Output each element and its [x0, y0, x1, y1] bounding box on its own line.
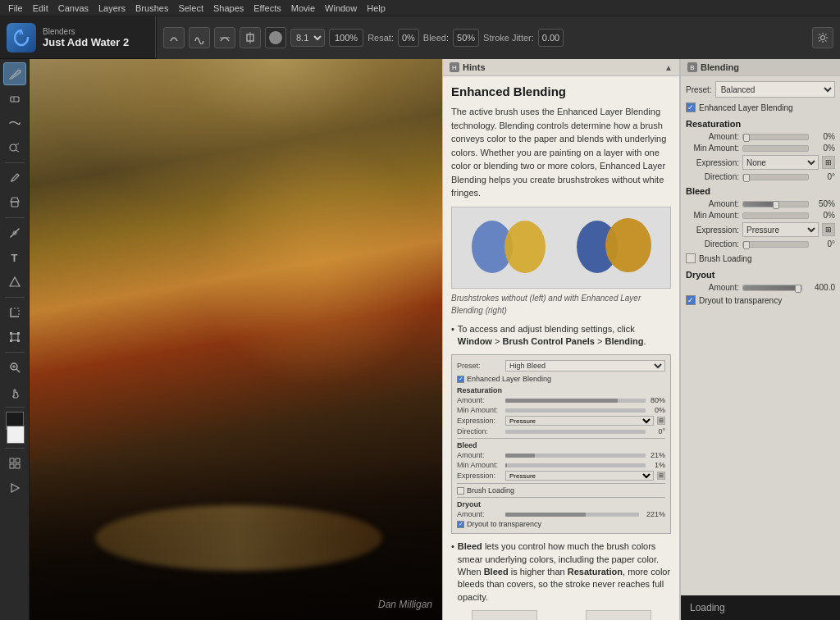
svg-rect-4	[11, 97, 19, 102]
bleed-amount-slider[interactable]	[742, 201, 809, 207]
resaturation-section: Resaturation Amount: 0% Min Amount: 0%	[686, 119, 835, 181]
menu-canvas[interactable]: Canvas	[53, 0, 94, 16]
shape-tool[interactable]	[3, 271, 26, 294]
bleed-dir-slider[interactable]	[742, 241, 809, 248]
mini-expr-select[interactable]: Pressure	[505, 416, 654, 426]
svg-line-16	[16, 369, 20, 372]
tool-selector-1[interactable]	[163, 27, 185, 48]
smear-tool[interactable]	[3, 112, 26, 134]
enhanced-blending-checkbox[interactable]: ✓	[686, 103, 696, 112]
brush-size-select[interactable]: 8.1	[290, 29, 325, 47]
resat-label: Resat:	[368, 33, 394, 43]
menu-brushes[interactable]: Brushes	[130, 0, 173, 16]
enhanced-blending-row[interactable]: ✓ Enhanced Layer Blending	[686, 103, 835, 112]
preset-label: Preset:	[686, 85, 712, 94]
svg-point-25	[504, 221, 546, 273]
zoom-tool[interactable]	[3, 356, 26, 379]
canvas-area[interactable]: Dan Milligan	[30, 59, 442, 620]
menu-window[interactable]: Window	[320, 0, 362, 16]
hints-scroll-up[interactable]: ▲	[664, 63, 673, 72]
dryout-transparency-checkbox[interactable]: ✓	[686, 295, 696, 305]
bleed-amount-val: 50%	[812, 199, 835, 208]
brush-loading-row[interactable]: Brush Loading	[686, 253, 835, 263]
brush-tool[interactable]	[3, 62, 26, 85]
preset-select[interactable]: Balanced	[715, 81, 835, 98]
transform-tool[interactable]	[3, 326, 26, 349]
bleed-expr-select[interactable]: Pressure	[742, 222, 819, 237]
grid-toggle[interactable]	[3, 452, 26, 475]
bleed-label: Bleed:	[423, 33, 449, 43]
loading-text: Loading	[690, 602, 725, 613]
svg-point-27	[605, 218, 651, 272]
brush-loading-checkbox[interactable]	[686, 253, 696, 263]
resat-expr-select[interactable]: None	[742, 155, 819, 170]
menu-movie[interactable]: Movie	[286, 0, 320, 16]
svg-rect-12	[17, 332, 20, 335]
blending-panel-icon: B	[687, 62, 697, 72]
menu-file[interactable]: File	[3, 0, 28, 16]
eraser-tool[interactable]	[3, 87, 26, 110]
blending-content: Preset: Balanced ✓ Enhanced Layer Blendi…	[681, 76, 840, 620]
hints-body1: The active brush uses the Enhanced Layer…	[451, 105, 671, 200]
bleed-min-val: 0%	[812, 211, 835, 220]
resat-amount-slider[interactable]	[742, 134, 809, 140]
bleed-min-slider[interactable]	[742, 212, 809, 219]
settings-btn[interactable]	[812, 27, 833, 48]
resat-expr-label: Expression:	[686, 158, 739, 167]
dryout-section: Dryout Amount: 400.0 ✓ Dryout to transpa…	[686, 270, 835, 305]
bucket-tool[interactable]	[3, 191, 26, 214]
resat-dir-val: 0°	[812, 172, 835, 181]
bleed-dir-val: 0°	[812, 239, 835, 248]
dryout-transparency-row[interactable]: ✓ Dryout to transparency	[686, 295, 835, 305]
hand-tool[interactable]	[3, 381, 26, 403]
bleed-expr-label: Expression:	[686, 226, 739, 235]
hints-content[interactable]: Enhanced Blending The active brush uses …	[443, 76, 679, 620]
menu-select[interactable]: Select	[173, 0, 208, 16]
mini-blending-panel: Preset: High Bleed ✓ Enhanced Layer Blen…	[451, 354, 671, 534]
media-btn[interactable]	[3, 476, 26, 499]
mini-preset-select[interactable]: High Bleed	[505, 360, 665, 372]
menu-effects[interactable]: Effects	[249, 0, 285, 16]
background-color[interactable]	[7, 426, 25, 444]
tool-selector-2[interactable]	[189, 27, 210, 48]
mini-bleed-expr[interactable]: Pressure	[505, 471, 654, 481]
hints-panel: H Hints ▲ Enhanced Blending The active b…	[442, 59, 680, 620]
tool-selector-3[interactable]	[214, 27, 235, 48]
resat-amount-val: 0%	[812, 132, 835, 141]
svg-rect-13	[10, 340, 12, 342]
dryout-amount-val: 400.0	[806, 283, 835, 292]
app-name: Blenders	[43, 27, 129, 36]
bullet-2: • Bleed lets you control how much the br…	[451, 540, 671, 604]
dryout-amount-slider[interactable]	[742, 285, 802, 291]
svg-point-6	[11, 180, 12, 182]
hints-panel-icon: H	[450, 62, 459, 72]
brush-demo-image	[451, 207, 671, 289]
menu-edit[interactable]: Edit	[28, 0, 53, 16]
clone-tool[interactable]	[3, 136, 26, 159]
eyedropper-tool[interactable]	[3, 166, 26, 189]
svg-rect-7	[11, 202, 18, 207]
resat-expr-btn[interactable]: ⊞	[822, 156, 835, 169]
hints-panel-header: H Hints ▲	[443, 59, 679, 76]
opacity-display: 100%	[329, 29, 363, 47]
resat-dir-slider[interactable]	[742, 174, 809, 180]
resat-min-slider[interactable]	[742, 145, 809, 152]
menu-help[interactable]: Help	[362, 0, 390, 16]
menu-shapes[interactable]: Shapes	[208, 0, 249, 16]
blending-panel-header: B Blending	[681, 59, 840, 76]
resat-value: 0%	[398, 29, 419, 47]
bleed-expr-btn[interactable]: ⊞	[822, 223, 835, 236]
app-title: Just Add Water 2	[43, 36, 129, 48]
resat-dir-label: Direction:	[686, 172, 739, 181]
brush-preview	[265, 27, 286, 48]
svg-rect-14	[17, 340, 20, 342]
menu-layers[interactable]: Layers	[94, 0, 130, 16]
enhanced-blending-label: Enhanced Layer Blending	[699, 103, 793, 112]
mini-expr-btn[interactable]: ⊞	[657, 417, 665, 425]
pen-tool[interactable]	[3, 221, 26, 244]
crop-tool[interactable]	[3, 301, 26, 324]
loading-indicator: Loading	[680, 595, 840, 620]
tool-selector-4[interactable]	[240, 27, 261, 48]
text-tool[interactable]: T	[3, 246, 26, 269]
mini-bleed-btn[interactable]: ⊞	[657, 472, 665, 480]
